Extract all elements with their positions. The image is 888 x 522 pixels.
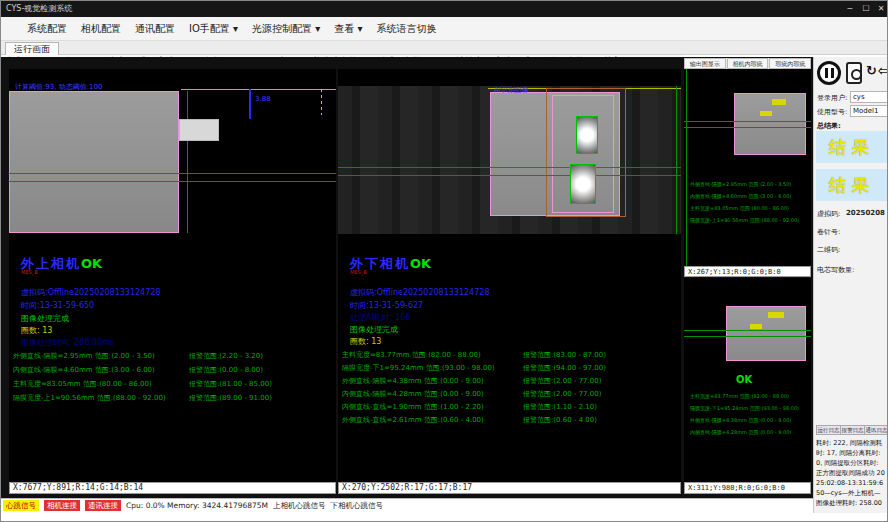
small-measure-line: 主料宽度=83.77mm 范围:(82.00 - 88.00) [690,393,789,399]
inspected-part-image [726,306,806,361]
process-time: 图像处理时间: 266.00ms [21,337,114,348]
result-display-1: 结果 [816,131,888,163]
qr-code-label: 二维码: [817,245,840,255]
window-title: CYS-视觉检测系统 [6,4,72,13]
mes-tag: MES_B [350,269,367,275]
process-done: 图像处理完成 [350,324,398,335]
measure-line [684,330,811,331]
result-ok: OK [410,256,431,271]
measure-line [187,91,188,233]
overlay-label [750,324,762,329]
heartbeat-badge: 心跳信号 [3,500,39,511]
needle-number-label: 卷针号: [817,227,840,237]
small-measure-line: 外侧直线-隔膜=2.95mm 范围:(2.00 - 3.50) [690,181,791,187]
overlay-dashed-line [321,89,322,115]
model-field[interactable]: Model1 [850,105,888,117]
overlay-line [181,89,336,90]
close-icon[interactable]: ✕ [874,1,888,17]
measurement-row: 主料宽度=83.77mm 范围:(82.00 - 88.00) 报警范围:(83… [338,350,681,360]
virtual-code: 虚拟码:Offline20250208133124728 [350,287,489,298]
measure-line [684,336,811,337]
tab-output-image[interactable]: 输出图显示 [684,58,726,69]
process-done: 图像处理完成 [21,313,69,324]
measure-line [338,175,681,176]
tab-alarm-log[interactable]: 报警日志 [840,425,865,435]
result-ok: OK [736,374,752,385]
small-measure-line: 外侧直线-隔膜=4.38mm 范围:(0.00 - 9.00) [690,417,791,423]
mes-tag: MES_B [21,269,38,275]
measure-line [684,121,811,122]
tab-defect-detail[interactable]: 瑕疵内瑕疵 [769,58,811,69]
login-user-label: 登录用户: [817,93,847,103]
left-camera-view[interactable]: 计算阈值:93, 动态阈值:100 3.88 外上相机OK MES_B 虚拟码:… [9,69,336,482]
title-bar: CYS-视觉检测系统 ─ ☐ ✕ [1,1,888,17]
login-user-field[interactable]: cys [850,91,888,103]
log-text: 耗时: 222, 间隔检测耗时: 17, 间隔分离耗时: 0, 间隔提取分区耗时… [816,438,886,508]
ai-process-time: 处理AI耗时: 166 [350,312,410,323]
menu-language-switch[interactable]: 系统语言切换 [376,22,436,36]
menu-io-config[interactable]: IO手配置 ▾ [189,22,238,36]
small-view-tabs: 输出图显示 相机内瑕疵 瑕疵内瑕疵 [684,58,811,69]
reflection-blob [570,164,596,204]
status-bar: 心跳信号 相机连接 通讯连接 Cpu: 0.0% Memory: 3424.41… [1,498,813,512]
tab-run-screen[interactable]: 运行画面 [5,42,59,55]
virtual-code-label: 虚拟码: [817,209,840,219]
menu-bar: 系统配置 相机配置 通讯配置 IO手配置 ▾ 光源控制配置 ▾ 查看 ▾ 系统语… [1,17,888,41]
small-measure-line: 内侧直线-隔膜=4.28mm 范围:(0.00 - 9.00) [690,429,791,435]
logout-icon[interactable]: ⇦ [878,63,888,78]
menu-light-config[interactable]: 光源控制配置 ▾ [252,22,320,36]
measure-line [686,69,687,266]
log-tab-strip: 运行日志 报警日志 通讯日志 [816,425,888,435]
mid-camera-coordinate-bar: X:270;Y:2502;R:17;G:17;B:17 [338,482,681,494]
tab-camera-defect[interactable]: 相机内瑕疵 [727,58,769,69]
overlay-label [760,111,772,116]
model-label: 使用型号: [817,107,847,117]
camera-connect-badge: 相机连接 [44,500,80,511]
capture-time: 时间:13-31-59-627 [350,300,423,311]
measurement-row: 外侧直线-隔膜=2.95mm 范围:(2.00 - 3.50) 报警范围:(2.… [9,351,336,361]
measurement-row: 内侧直线-隔膜=4.28mm 范围:(0.00 - 9.00) 报警范围:(2.… [338,389,681,399]
measure-line [9,181,336,182]
camera-button[interactable] [846,62,862,84]
total-result-label: 总结果: [817,121,841,131]
measurement-row: 外侧直线-直线=2.61mm 范围:(0.60 - 4.00) 报警范围:(0.… [338,415,681,425]
small-view-2-coordinate-bar: X:311;Y:980;R:0;G:0;B:0 [684,482,811,494]
measure-overlay-value: 3.88 [255,95,271,103]
maximize-icon[interactable]: ☐ [859,1,873,17]
menu-system-config[interactable]: 系统配置 [27,22,67,36]
menu-camera-config[interactable]: 相机配置 [81,22,121,36]
upper-camera-heartbeat-text: 上相机心跳信号 [273,501,326,511]
result-ok: OK [81,256,102,271]
turn-count: 圈数: 13 [21,325,52,336]
pause-button[interactable] [817,61,841,85]
small-measure-line: 内侧直线-隔膜=4.60mm 范围:(3.00 - 6.00) [690,193,791,199]
small-view-1-coordinate-bar: X:267;Y:13;R:0;G:0;B:0 [684,266,811,277]
turn-count: 圈数: 13 [350,336,381,347]
measure-line [9,173,336,174]
result-display-2: 结果 [816,169,888,201]
cell-count-label: 电芯写数量: [817,265,854,275]
comm-connect-badge: 通讯连接 [85,500,121,511]
ai-overlay-text: AI识别图像 [494,85,529,95]
measurement-row: 主料宽度=83.05mm 范围:(80.00 - 86.00) 报警范围:(81… [9,379,336,389]
inspected-part-image [9,91,179,233]
left-camera-coordinate-bar: X:7677;Y:891;R:14;G:14;B:14 [9,482,336,494]
lower-camera-heartbeat-text: 下相机心跳信号 [331,501,384,511]
measurement-row: 隔膜宽度-下1=95.24mm 范围:(93.00 - 98.00) 报警范围:… [338,363,681,373]
measure-line [684,127,811,128]
tab-comm-log[interactable]: 通讯日志 [864,425,888,435]
measurement-row: 内侧直线-隔膜=4.60mm 范围:(3.00 - 6.00) 报警范围:(0.… [9,365,336,375]
menu-view[interactable]: 查看 ▾ [334,22,362,36]
small-camera-view-1[interactable]: 外侧直线-隔膜=2.95mm 范围:(2.00 - 3.50) 内侧直线-隔膜=… [684,69,811,266]
tab-run-log[interactable]: 运行日志 [816,425,841,435]
measure-line [676,86,677,234]
measure-bracket [249,89,251,119]
menu-comm-config[interactable]: 通讯配置 [135,22,175,36]
minimize-icon[interactable]: ─ [843,1,857,17]
small-camera-view-2[interactable]: OK 主料宽度=83.77mm 范围:(82.00 - 88.00) 隔膜宽度-… [684,278,811,482]
refresh-icon[interactable]: ↻ [866,63,877,78]
mid-camera-view[interactable]: AI识别图像 外下相机OK MES_B 虚拟码:Offline202502081… [338,69,681,482]
measurement-row: 外侧直线-隔膜=4.38mm 范围:(0.00 - 9.00) 报警范围:(2.… [338,376,681,386]
measurement-row: 隔膜宽度-上1=90.56mm 范围:(88.00 - 92.00) 报警范围:… [9,393,336,403]
virtual-code: 虚拟码:Offline20250208133124728 [21,287,160,298]
